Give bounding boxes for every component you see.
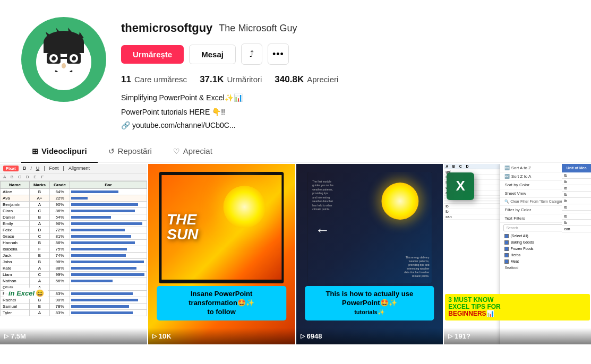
more-icon: ••• xyxy=(272,49,284,60)
fixed-badge: Fixat xyxy=(3,166,19,171)
bio-link[interactable]: 🔗 youtube.com/channel/UCb0C... xyxy=(121,121,570,129)
tips-line3: BEGINNERS📊 xyxy=(448,310,587,317)
followers-label: Urmăritori xyxy=(227,75,262,84)
share-icon: ⤴ xyxy=(250,49,254,59)
svg-rect-9 xyxy=(61,57,67,59)
liked-tab-label: Apreciat xyxy=(183,146,212,155)
videos-grid: Fixat B I U | Font | Alignment A B C D E… xyxy=(0,163,591,344)
monitor-frame-3: ← The first moduleguides you on theweath… xyxy=(307,172,432,283)
sun-graphic xyxy=(223,186,265,228)
font-label: Font xyxy=(49,166,59,171)
follow-button[interactable]: Urmărește xyxy=(121,45,184,64)
bio-line1: Simplifying PowerPoint & Excel✨📊 xyxy=(121,92,570,103)
link-text: youtube.com/channel/UCb0C... xyxy=(132,121,236,129)
followers-count: 37.1K xyxy=(200,74,224,85)
sun-graphic-3 xyxy=(381,183,418,220)
stat-followers: 37.1K Urmăritori xyxy=(200,74,262,85)
video-4-overlay: ▷ 191? xyxy=(444,328,591,344)
monitor-content: THESUN xyxy=(161,175,281,280)
play-icon-4: ▷ xyxy=(448,333,452,340)
bio-line2: PowerPoint tutorials HERE 👇!! xyxy=(121,107,570,118)
alignment-label: Alignment xyxy=(68,166,90,171)
video-card-4[interactable]: A B C D gal lb lb dozen qt lb lb can 🔤 S xyxy=(444,164,591,344)
video-3-views: ▷ 6948 xyxy=(301,332,439,340)
profile-section: themicrosoftguy The Microsoft Guy Urmăre… xyxy=(0,0,591,140)
profile-info: themicrosoftguy The Microsoft Guy Urmăre… xyxy=(121,17,570,129)
video-2-views: ▷ 10K xyxy=(152,332,291,340)
subtitle-line1: Insane PowerPoint xyxy=(191,290,252,298)
videos-tab-icon: ⊞ xyxy=(32,147,38,155)
video-card-3[interactable]: ← The first moduleguides you on theweath… xyxy=(296,164,443,344)
tab-videos[interactable]: ⊞ Videoclipuri xyxy=(21,140,98,163)
video-card-1[interactable]: Fixat B I U | Font | Alignment A B C D E… xyxy=(0,164,147,344)
more-button[interactable]: ••• xyxy=(268,44,289,65)
link-icon: 🔗 xyxy=(121,121,130,129)
reposts-tab-icon: ↺ xyxy=(108,147,115,155)
tabs-row: ⊞ Videoclipuri ↺ Repostări ♡ Apreciat xyxy=(0,140,591,163)
in-excel-text: in Excel xyxy=(8,289,35,297)
tips-box: 3 MUST KNOW EXCEL TIPS FOR BEGINNERS📊 xyxy=(445,294,590,320)
svg-point-16 xyxy=(62,63,66,68)
likes-label: Aprecieri xyxy=(307,75,338,84)
profile-display-name: The Microsoft Guy xyxy=(219,23,297,34)
in-excel-badge: in Excel😄 xyxy=(4,288,48,299)
toolbar-separator: | xyxy=(44,166,45,171)
stats-row: 11 Care urmăresc 37.1K Urmăritori 340.8K… xyxy=(121,74,570,85)
following-count: 11 xyxy=(121,74,131,85)
reposts-tab-label: Repostări xyxy=(118,146,152,155)
video-2-subtitle: Insane PowerPoint transformation🤩✨ to fo… xyxy=(157,286,286,320)
svg-point-15 xyxy=(71,56,73,58)
play-icon-3: ▷ xyxy=(301,333,305,340)
play-icon-1: ▷ xyxy=(4,333,8,340)
likes-count: 340.8K xyxy=(275,74,304,85)
unit-header: Unit of Mea xyxy=(562,164,591,172)
toolbar-separator2: | xyxy=(63,166,64,171)
video-2-subtitle-box: Insane PowerPoint transformation🤩✨ to fo… xyxy=(157,286,286,320)
svg-rect-2 xyxy=(44,42,84,53)
monitor-content-3: ← The first moduleguides you on theweath… xyxy=(307,172,432,283)
excel-logo: X xyxy=(447,172,474,200)
following-label: Care urmăresc xyxy=(134,75,187,84)
tab-reposts[interactable]: ↺ Repostări xyxy=(98,140,162,163)
sun-title: THESUN xyxy=(167,212,198,242)
video-3-tutorials: tutorials✨ xyxy=(354,309,384,315)
monitor-frame: THESUN xyxy=(159,172,284,283)
tips-text: 3 MUST KNOW EXCEL TIPS FOR BEGINNERS📊 xyxy=(445,294,590,320)
video-1-overlay: ▷ 7.5M xyxy=(0,328,147,344)
video-3-overlay: ▷ 6948 xyxy=(296,328,443,344)
avatar xyxy=(21,17,106,102)
videos-tab-label: Videoclipuri xyxy=(41,146,87,155)
svg-marker-6 xyxy=(79,32,84,38)
profile-name-row: themicrosoftguy The Microsoft Guy xyxy=(121,21,570,35)
subtitle-line3: to follow xyxy=(207,308,235,316)
svg-point-14 xyxy=(50,56,53,58)
message-button[interactable]: Mesaj xyxy=(189,45,236,64)
video-2-overlay: ▷ 10K xyxy=(148,328,295,344)
bold-icon: B xyxy=(23,166,27,171)
video-3-subtitle: This is how to actually use PowerPoint🤩✨… xyxy=(305,286,434,320)
profile-actions: Urmărește Mesaj ⤴ ••• xyxy=(121,44,570,65)
subtitle-line2: transformation🤩✨ xyxy=(189,299,254,307)
video-4-views: ▷ 191? xyxy=(448,332,587,340)
emoji: 😄 xyxy=(36,289,44,297)
play-icon-2: ▷ xyxy=(152,333,157,340)
stat-likes: 340.8K Aprecieri xyxy=(275,74,338,85)
video-card-2[interactable]: THESUN Insane PowerPoint transformation🤩… xyxy=(148,164,295,344)
stat-following: 11 Care urmăresc xyxy=(121,74,187,85)
video-3-subtitle-text: This is how to actually use PowerPoint🤩✨ xyxy=(326,290,414,307)
video-1-views: ▷ 7.5M xyxy=(4,332,143,340)
video-3-subtitle-box: This is how to actually use PowerPoint🤩✨… xyxy=(305,286,434,320)
underline-icon: U xyxy=(36,166,40,171)
arrow-3: ← xyxy=(315,222,330,239)
svg-marker-5 xyxy=(68,28,74,35)
liked-tab-icon: ♡ xyxy=(173,147,180,155)
text-box-3: The first moduleguides you on theweather… xyxy=(312,180,369,212)
tab-liked[interactable]: ♡ Apreciat xyxy=(162,140,223,163)
text-box-3b: This energy deliveryweather patterns,pro… xyxy=(379,256,429,278)
svg-point-17 xyxy=(48,71,80,90)
share-button[interactable]: ⤴ xyxy=(241,44,262,65)
italic-icon: I xyxy=(30,166,32,171)
profile-username: themicrosoftguy xyxy=(121,21,212,35)
